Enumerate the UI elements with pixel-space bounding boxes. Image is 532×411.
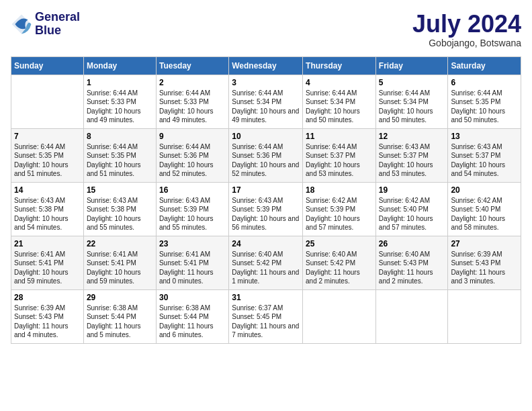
day-number: 5 — [379, 78, 445, 87]
day-cell: 3 Sunrise: 6:44 AMSunset: 5:34 PMDayligh… — [229, 75, 303, 128]
day-cell: 27 Sunrise: 6:39 AMSunset: 5:43 PMDaylig… — [448, 236, 521, 289]
day-info: Sunrise: 6:44 AMSunset: 5:37 PMDaylight:… — [306, 143, 360, 178]
day-number: 10 — [232, 132, 300, 141]
day-number: 9 — [159, 132, 226, 141]
day-cell: 22 Sunrise: 6:41 AMSunset: 5:41 PMDaylig… — [83, 236, 156, 289]
title-block: July 2024 Gobojango, Botswana — [412, 11, 521, 48]
day-info: Sunrise: 6:40 AMSunset: 5:42 PMDaylight:… — [232, 250, 299, 285]
day-number: 2 — [159, 78, 226, 87]
day-cell — [303, 289, 376, 343]
day-info: Sunrise: 6:44 AMSunset: 5:35 PMDaylight:… — [451, 89, 505, 124]
day-info: Sunrise: 6:42 AMSunset: 5:39 PMDaylight:… — [306, 197, 360, 232]
logo-text: General Blue — [35, 11, 80, 38]
week-row-4: 21 Sunrise: 6:41 AMSunset: 5:41 PMDaylig… — [11, 236, 521, 289]
calendar-header-row: SundayMondayTuesdayWednesdayThursdayFrid… — [11, 56, 521, 75]
column-header-monday: Monday — [83, 56, 156, 75]
week-row-5: 28 Sunrise: 6:39 AMSunset: 5:43 PMDaylig… — [11, 289, 521, 343]
day-info: Sunrise: 6:38 AMSunset: 5:44 PMDaylight:… — [87, 304, 141, 339]
day-cell: 18 Sunrise: 6:42 AMSunset: 5:39 PMDaylig… — [303, 182, 376, 236]
day-cell: 11 Sunrise: 6:44 AMSunset: 5:37 PMDaylig… — [303, 128, 376, 182]
day-number: 29 — [87, 293, 153, 302]
day-number: 12 — [379, 132, 445, 141]
day-number: 16 — [159, 185, 226, 195]
day-number: 21 — [14, 239, 81, 248]
day-number: 27 — [451, 239, 518, 248]
day-cell: 4 Sunrise: 6:44 AMSunset: 5:34 PMDayligh… — [303, 75, 376, 128]
day-cell: 7 Sunrise: 6:44 AMSunset: 5:35 PMDayligh… — [11, 128, 84, 182]
day-info: Sunrise: 6:41 AMSunset: 5:41 PMDaylight:… — [14, 250, 69, 285]
day-cell: 8 Sunrise: 6:44 AMSunset: 5:35 PMDayligh… — [83, 128, 156, 182]
column-header-sunday: Sunday — [11, 56, 84, 75]
day-number: 8 — [87, 132, 153, 141]
day-number: 7 — [14, 132, 81, 141]
day-cell: 20 Sunrise: 6:42 AMSunset: 5:40 PMDaylig… — [448, 182, 521, 236]
day-info: Sunrise: 6:43 AMSunset: 5:39 PMDaylight:… — [159, 197, 214, 232]
day-cell: 19 Sunrise: 6:42 AMSunset: 5:40 PMDaylig… — [375, 182, 448, 236]
day-cell: 17 Sunrise: 6:43 AMSunset: 5:39 PMDaylig… — [229, 182, 303, 236]
day-info: Sunrise: 6:44 AMSunset: 5:33 PMDaylight:… — [159, 89, 214, 124]
week-row-2: 7 Sunrise: 6:44 AMSunset: 5:35 PMDayligh… — [11, 128, 521, 182]
day-info: Sunrise: 6:44 AMSunset: 5:33 PMDaylight:… — [87, 89, 141, 124]
day-cell: 12 Sunrise: 6:43 AMSunset: 5:37 PMDaylig… — [375, 128, 448, 182]
day-info: Sunrise: 6:44 AMSunset: 5:35 PMDaylight:… — [87, 143, 141, 178]
day-cell: 14 Sunrise: 6:43 AMSunset: 5:38 PMDaylig… — [11, 182, 84, 236]
day-info: Sunrise: 6:40 AMSunset: 5:42 PMDaylight:… — [306, 250, 360, 285]
week-row-3: 14 Sunrise: 6:43 AMSunset: 5:38 PMDaylig… — [11, 182, 521, 236]
day-cell: 25 Sunrise: 6:40 AMSunset: 5:42 PMDaylig… — [303, 236, 376, 289]
day-cell: 26 Sunrise: 6:40 AMSunset: 5:43 PMDaylig… — [375, 236, 448, 289]
location-subtitle: Gobojango, Botswana — [412, 38, 521, 48]
day-info: Sunrise: 6:38 AMSunset: 5:44 PMDaylight:… — [159, 304, 214, 339]
day-info: Sunrise: 6:42 AMSunset: 5:40 PMDaylight:… — [451, 197, 505, 232]
day-number: 31 — [232, 293, 300, 302]
day-info: Sunrise: 6:39 AMSunset: 5:43 PMDaylight:… — [451, 250, 505, 285]
day-cell: 21 Sunrise: 6:41 AMSunset: 5:41 PMDaylig… — [11, 236, 84, 289]
day-number: 25 — [306, 239, 373, 248]
day-number: 14 — [14, 185, 81, 195]
day-number: 11 — [306, 132, 373, 141]
week-row-1: 1 Sunrise: 6:44 AMSunset: 5:33 PMDayligh… — [11, 75, 521, 128]
month-title: July 2024 — [412, 11, 521, 38]
day-info: Sunrise: 6:44 AMSunset: 5:36 PMDaylight:… — [159, 143, 214, 178]
day-info: Sunrise: 6:41 AMSunset: 5:41 PMDaylight:… — [87, 250, 141, 285]
day-number: 18 — [306, 185, 373, 195]
day-number: 28 — [14, 293, 81, 302]
day-cell: 23 Sunrise: 6:41 AMSunset: 5:41 PMDaylig… — [156, 236, 228, 289]
day-cell: 30 Sunrise: 6:38 AMSunset: 5:44 PMDaylig… — [156, 289, 228, 343]
day-number: 24 — [232, 239, 300, 248]
day-info: Sunrise: 6:44 AMSunset: 5:34 PMDaylight:… — [379, 89, 433, 124]
column-header-thursday: Thursday — [303, 56, 376, 75]
day-cell: 24 Sunrise: 6:40 AMSunset: 5:42 PMDaylig… — [229, 236, 303, 289]
day-number: 26 — [379, 239, 445, 248]
day-number: 1 — [87, 78, 153, 87]
day-info: Sunrise: 6:43 AMSunset: 5:39 PMDaylight:… — [232, 197, 299, 232]
day-number: 13 — [451, 132, 518, 141]
day-cell: 5 Sunrise: 6:44 AMSunset: 5:34 PMDayligh… — [375, 75, 448, 128]
day-cell — [375, 289, 448, 343]
day-info: Sunrise: 6:43 AMSunset: 5:38 PMDaylight:… — [14, 197, 69, 232]
day-cell: 10 Sunrise: 6:44 AMSunset: 5:36 PMDaylig… — [229, 128, 303, 182]
day-info: Sunrise: 6:43 AMSunset: 5:37 PMDaylight:… — [451, 143, 505, 178]
day-number: 30 — [159, 293, 226, 302]
day-info: Sunrise: 6:43 AMSunset: 5:38 PMDaylight:… — [87, 197, 141, 232]
day-info: Sunrise: 6:43 AMSunset: 5:37 PMDaylight:… — [379, 143, 433, 178]
day-cell: 31 Sunrise: 6:37 AMSunset: 5:45 PMDaylig… — [229, 289, 303, 343]
day-cell: 13 Sunrise: 6:43 AMSunset: 5:37 PMDaylig… — [448, 128, 521, 182]
column-header-friday: Friday — [375, 56, 448, 75]
day-number: 22 — [87, 239, 153, 248]
day-cell: 16 Sunrise: 6:43 AMSunset: 5:39 PMDaylig… — [156, 182, 228, 236]
day-cell: 6 Sunrise: 6:44 AMSunset: 5:35 PMDayligh… — [448, 75, 521, 128]
column-header-tuesday: Tuesday — [156, 56, 228, 75]
day-cell: 15 Sunrise: 6:43 AMSunset: 5:38 PMDaylig… — [83, 182, 156, 236]
day-info: Sunrise: 6:39 AMSunset: 5:43 PMDaylight:… — [14, 304, 69, 339]
day-number: 6 — [451, 78, 518, 87]
day-cell — [11, 75, 84, 128]
day-number: 23 — [159, 239, 226, 248]
day-cell — [448, 289, 521, 343]
day-info: Sunrise: 6:44 AMSunset: 5:34 PMDaylight:… — [232, 89, 299, 124]
day-info: Sunrise: 6:44 AMSunset: 5:34 PMDaylight:… — [306, 89, 360, 124]
logo: General Blue — [11, 11, 80, 38]
day-info: Sunrise: 6:41 AMSunset: 5:41 PMDaylight:… — [159, 250, 214, 285]
column-header-saturday: Saturday — [448, 56, 521, 75]
day-cell: 9 Sunrise: 6:44 AMSunset: 5:36 PMDayligh… — [156, 128, 228, 182]
day-number: 17 — [232, 185, 300, 195]
